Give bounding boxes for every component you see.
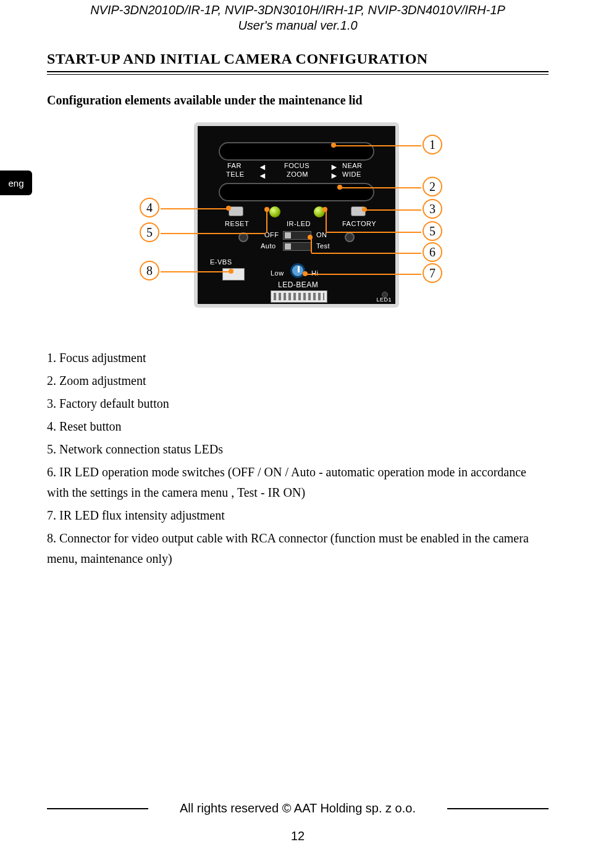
label-hi: Hi: [311, 269, 318, 277]
maintenance-board-figure: FAR TELE FOCUS ZOOM NEAR WIDE ◄ ► ◄ ► RE…: [47, 122, 549, 329]
item-text: IR LED operation mode switches (OFF / ON…: [47, 465, 526, 499]
item-text: Reset button: [59, 419, 122, 433]
callout-5: 5: [140, 222, 159, 242]
leader-dot-icon: [308, 235, 313, 240]
list-item: 7. IR LED flux intensity adjustment: [47, 505, 549, 526]
label-ledbeam: LED-BEAM: [278, 280, 318, 289]
label-near: NEAR: [342, 162, 363, 169]
list-item: 4. Reset button: [47, 416, 549, 437]
item-text: Zoom adjustment: [59, 374, 146, 387]
item-number: 4.: [47, 419, 56, 433]
item-text: IR LED flux intensity adjustment: [59, 508, 225, 522]
leader-dot-icon: [362, 207, 367, 212]
leader-dot-icon: [226, 206, 231, 211]
list-item: 5. Network connection status LEDs: [47, 439, 549, 460]
list-item: 6. IR LED operation mode switches (OFF /…: [47, 462, 549, 503]
callout-8: 8: [140, 261, 159, 280]
leader-line: [341, 187, 421, 188]
label-focus: FOCUS: [284, 162, 309, 169]
leader-line: [335, 145, 421, 146]
callout-3: 3: [423, 199, 442, 219]
label-on: ON: [316, 231, 327, 238]
label-wide: WIDE: [342, 171, 361, 178]
label-far: FAR: [227, 162, 242, 169]
language-tab: eng: [0, 171, 32, 195]
item-number: 5.: [47, 442, 56, 456]
rule-divider: [47, 71, 549, 75]
dip-switch-1: [283, 231, 311, 240]
leader-dot-icon: [337, 185, 342, 190]
led-beam-pot: [290, 263, 305, 278]
leader-line: [311, 253, 421, 254]
label-tele: TELE: [226, 171, 245, 178]
list-item: 1. Focus adjustment: [47, 348, 549, 368]
label-auto: Auto: [261, 242, 276, 250]
arrow-right-icon: ►: [330, 171, 339, 180]
item-text: Connector for video output cable with RC…: [47, 531, 529, 565]
callout-1: 1: [423, 135, 442, 154]
item-number: 7.: [47, 508, 56, 522]
subheading: Configuration elements available under t…: [47, 93, 549, 107]
list-item: 3. Factory default button: [47, 394, 549, 414]
item-text: Network connection status LEDs: [59, 442, 223, 456]
callout-4: 4: [140, 198, 159, 217]
label-reset: RESET: [225, 220, 249, 227]
status-led: [269, 206, 280, 217]
list-item: 2. Zoom adjustment: [47, 371, 549, 391]
item-text: Factory default button: [59, 397, 169, 410]
leader-line: [161, 271, 230, 272]
leader-dot-icon: [331, 143, 336, 148]
header-models: NVIP-3DN2010D/IR-1P, NVIP-3DN3010H/IRH-1…: [47, 2, 549, 18]
header-doc-title: User's manual ver.1.0: [47, 18, 549, 33]
footer-bar: [47, 808, 148, 809]
label-factory: FACTORY: [342, 220, 376, 227]
item-number: 6.: [47, 465, 56, 479]
leader-line: [366, 209, 421, 211]
label-led1: LED1: [376, 297, 392, 303]
leader-line: [306, 274, 421, 275]
callout-5: 5: [423, 221, 442, 241]
screw-icon: [345, 232, 355, 242]
leader-dot-icon: [322, 207, 327, 212]
list-item: 8. Connector for video output cable with…: [47, 528, 549, 569]
callout-6: 6: [423, 242, 442, 262]
dip-switch-2: [283, 242, 311, 251]
item-number: 1.: [47, 351, 56, 364]
label-low: Low: [271, 269, 284, 277]
leader-line: [161, 233, 266, 234]
arrow-left-icon: ◄: [258, 171, 267, 180]
label-test: Test: [316, 242, 330, 250]
label-zoom: ZOOM: [287, 171, 308, 178]
leader-line: [266, 208, 267, 233]
callout-2: 2: [423, 177, 442, 196]
item-number: 8.: [47, 531, 56, 545]
label-evbs: E-VBS: [210, 258, 232, 266]
zoom-slot: [219, 183, 374, 201]
evbs-connector: [222, 268, 245, 280]
item-number: 3.: [47, 397, 56, 410]
bottom-connector: [271, 290, 327, 303]
item-number: 2.: [47, 374, 56, 387]
pcb-board: FAR TELE FOCUS ZOOM NEAR WIDE ◄ ► ◄ ► RE…: [194, 122, 399, 308]
section-title: START-UP AND INITIAL CAMERA CONFIGURATIO…: [47, 51, 549, 67]
label-irled: IR-LED: [287, 220, 311, 227]
leader-dot-icon: [303, 271, 308, 276]
leader-line: [326, 232, 421, 233]
page-footer: All rights reserved © AAT Holding sp. z …: [47, 801, 549, 843]
page-number: 12: [47, 829, 549, 843]
callout-7: 7: [423, 263, 442, 283]
leader-line: [161, 208, 227, 209]
leader-dot-icon: [229, 269, 233, 274]
legend-list: 1. Focus adjustment 2. Zoom adjustment 3…: [47, 348, 549, 569]
footer-bar: [447, 808, 549, 809]
item-text: Focus adjustment: [59, 351, 146, 364]
copyright-text: All rights reserved © AAT Holding sp. z …: [158, 801, 437, 815]
